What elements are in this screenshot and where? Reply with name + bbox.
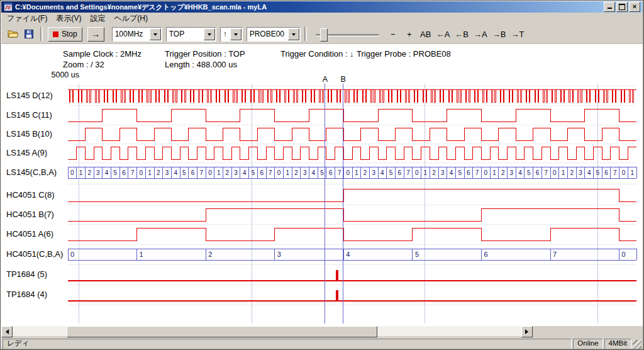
trigger-position-value: TOP	[167, 30, 203, 38]
svg-text:0: 0	[553, 169, 557, 176]
app-icon	[4, 3, 13, 11]
run-button[interactable]: →	[87, 27, 104, 42]
svg-text:7: 7	[338, 169, 341, 176]
svg-text:1: 1	[217, 169, 221, 176]
status-online: Online	[573, 339, 602, 349]
svg-text:4: 4	[312, 169, 316, 176]
svg-text:6: 6	[467, 169, 470, 176]
prev-b-button[interactable]: ←B	[452, 27, 471, 42]
next-b-button[interactable]: →B	[490, 27, 509, 42]
sample-clock-select[interactable]: 100MHz	[112, 27, 162, 42]
save-floppy-icon	[25, 30, 33, 38]
zoom-in-button[interactable]: +	[401, 27, 418, 42]
resize-grip[interactable]	[633, 340, 641, 349]
svg-text:2: 2	[570, 169, 574, 176]
svg-text:6: 6	[260, 169, 264, 176]
dropdown-button[interactable]	[150, 28, 161, 40]
save-file-button[interactable]	[21, 27, 36, 42]
svg-text:0: 0	[140, 169, 143, 176]
dropdown-button[interactable]	[230, 28, 242, 40]
toolbar-separator	[304, 27, 307, 41]
svg-text:6: 6	[191, 169, 195, 176]
svg-text:2: 2	[208, 251, 212, 258]
svg-text:7: 7	[269, 169, 272, 176]
svg-text:5: 5	[114, 169, 118, 176]
prev-a-button[interactable]: ←A	[434, 27, 453, 42]
svg-text:2: 2	[294, 169, 298, 176]
stop-label: Stop	[62, 30, 77, 38]
ab-span-button[interactable]: AB	[418, 27, 434, 42]
menu-item-view[interactable]: 表示(V)	[52, 12, 86, 25]
channel-label: LS145 C(11)	[6, 110, 52, 120]
close-icon: ×	[633, 3, 636, 10]
trigger-position-select[interactable]: TOP	[166, 27, 216, 42]
horizontal-scrollbar[interactable]	[1, 326, 533, 336]
svg-text:2: 2	[501, 169, 505, 176]
svg-text:0: 0	[622, 251, 626, 258]
svg-text:0: 0	[622, 169, 626, 176]
scroll-right-button[interactable]	[521, 326, 533, 337]
maximize-button[interactable]	[616, 2, 628, 12]
next-a-button[interactable]: →A	[471, 27, 490, 42]
svg-text:6: 6	[329, 169, 333, 176]
minimize-button[interactable]	[604, 2, 615, 12]
svg-text:4: 4	[518, 169, 522, 176]
toolbar: Stop → 100MHz TOP ↑ PROBE00 − + AB ←A ←B…	[1, 25, 643, 44]
svg-text:6: 6	[122, 169, 126, 176]
svg-text:3: 3	[510, 169, 514, 176]
zoom-out-button[interactable]: −	[385, 27, 401, 42]
trigger-probe-select[interactable]: PROBE00	[247, 27, 301, 42]
channel-label: HC4051(C,B,A)	[6, 249, 63, 259]
svg-text:0: 0	[70, 251, 74, 258]
menu-item-help[interactable]: ヘルプ(H)	[109, 12, 152, 25]
svg-text:7: 7	[200, 169, 204, 176]
dropdown-button[interactable]	[288, 28, 299, 40]
menu-item-file[interactable]: ファイル(F)	[3, 12, 52, 25]
svg-text:7: 7	[544, 169, 548, 176]
channel-label: TP1684 (4)	[6, 290, 47, 300]
svg-text:3: 3	[234, 169, 238, 176]
svg-text:5: 5	[458, 169, 462, 176]
goto-trigger-button[interactable]: →T	[508, 27, 526, 42]
open-file-button[interactable]	[5, 27, 21, 42]
svg-text:4: 4	[380, 169, 384, 176]
svg-text:0: 0	[277, 169, 281, 176]
menu-item-settings[interactable]: 設定	[86, 12, 109, 25]
status-bar: レディ Online 4MBit	[1, 338, 643, 350]
svg-text:4: 4	[587, 169, 591, 176]
close-button[interactable]: ×	[629, 2, 640, 12]
dropdown-button[interactable]	[204, 28, 215, 40]
svg-text:6: 6	[484, 251, 488, 258]
channel-label: HC4051 B(7)	[6, 210, 54, 220]
svg-text:0: 0	[346, 169, 350, 176]
marker-a-label[interactable]: A	[323, 75, 328, 84]
stop-button[interactable]: Stop	[48, 27, 82, 42]
status-ready: レディ	[3, 339, 572, 349]
svg-text:5: 5	[320, 169, 324, 176]
status-memory: 4MBit	[604, 339, 631, 349]
channel-label: LS145 B(10)	[6, 129, 52, 139]
chevron-down-icon	[208, 33, 211, 36]
toolbar-separator	[40, 27, 43, 41]
svg-text:2: 2	[364, 169, 367, 176]
svg-text:1: 1	[286, 169, 290, 176]
svg-text:6: 6	[398, 169, 402, 176]
svg-text:1: 1	[355, 169, 358, 176]
svg-text:1: 1	[424, 169, 428, 176]
trigger-edge-select[interactable]: ↑	[220, 27, 243, 42]
scrollbar-thumb[interactable]	[67, 326, 377, 337]
svg-text:2: 2	[226, 169, 230, 176]
channel-label: HC4051 A(6)	[6, 229, 53, 239]
svg-text:3: 3	[372, 169, 375, 176]
svg-text:1: 1	[492, 169, 496, 176]
svg-text:1: 1	[630, 169, 634, 176]
marker-b-label[interactable]: B	[341, 75, 346, 84]
zoom-slider-thumb[interactable]	[320, 28, 328, 42]
svg-text:7: 7	[406, 169, 410, 176]
svg-text:7: 7	[131, 169, 135, 176]
zoom-slider[interactable]	[314, 28, 380, 41]
svg-text:7: 7	[553, 251, 557, 258]
svg-text:4: 4	[105, 169, 109, 176]
waveform-canvas[interactable]: 0123456701234567012345670123456701234567…	[1, 43, 643, 337]
scroll-left-button[interactable]	[1, 326, 13, 337]
